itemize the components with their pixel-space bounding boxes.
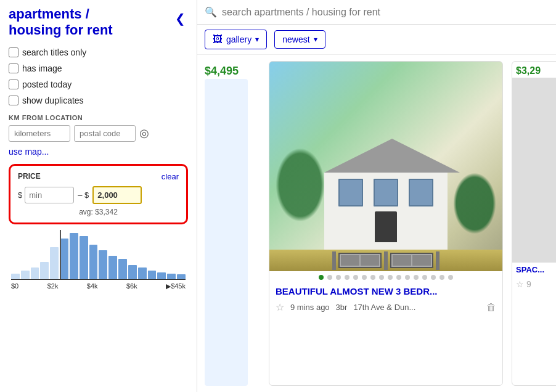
search-titles-checkbox[interactable]	[9, 47, 18, 57]
view-chevron-icon: ▾	[255, 35, 259, 44]
gallery-icon: 🖼	[213, 34, 223, 45]
price-label: PRICE	[18, 172, 41, 181]
location-icon[interactable]: ◎	[139, 126, 149, 140]
listing-card-partial-right: $3,29 SPAC... ☆ 9	[512, 61, 556, 386]
posted-today-checkbox[interactable]	[9, 80, 18, 89]
image-dot[interactable]	[319, 275, 324, 280]
show-duplicates-label: show duplicates	[22, 96, 84, 105]
collapse-button[interactable]: ❮	[173, 9, 188, 28]
listing-location: 17th Ave & Dun...	[353, 303, 415, 312]
image-dot[interactable]	[422, 275, 427, 280]
image-dot[interactable]	[388, 275, 393, 280]
histogram-bar	[60, 239, 68, 279]
image-dot[interactable]	[379, 275, 384, 280]
has-image-checkbox[interactable]	[9, 63, 18, 73]
listing-meta: ☆ 9 mins ago 3br 17th Ave & Dun... 🗑	[269, 299, 502, 318]
histogram-bar	[80, 236, 88, 279]
sidebar-header: apartments / housing for rent ❮	[9, 6, 188, 39]
price-filter-box: PRICE clear $ – $ avg: $3,342	[9, 164, 188, 224]
price-max-input[interactable]	[92, 186, 142, 204]
histogram-bar	[138, 267, 147, 279]
axis-label-0: $0	[11, 282, 18, 290]
price-inputs: $ – $	[18, 186, 179, 204]
histogram-bar	[31, 267, 39, 279]
listing-partial-left: $4,495	[205, 61, 260, 386]
km-section-label: KM FROM LOCATION	[9, 114, 188, 121]
image-dot[interactable]	[396, 275, 401, 280]
image-dot[interactable]	[405, 275, 410, 280]
filter-posted-today[interactable]: posted today	[9, 80, 188, 89]
partial-listing-title: SPAC...	[512, 263, 556, 277]
listings-container: $4,495	[197, 55, 556, 392]
posted-today-label: posted today	[22, 80, 72, 89]
image-dot[interactable]	[448, 275, 453, 280]
histogram-bar	[99, 250, 107, 279]
histogram-axis-labels: $0 $2k $4k $6k ▶$45k	[11, 282, 186, 290]
km-row: ◎	[9, 125, 188, 142]
view-label: gallery	[226, 35, 251, 44]
favorite-button[interactable]: ☆	[276, 301, 284, 313]
price-range-dash: – $	[76, 190, 90, 200]
axis-label-2k: $2k	[47, 282, 59, 290]
show-duplicates-checkbox[interactable]	[9, 96, 18, 105]
kilometers-input[interactable]	[9, 125, 70, 142]
search-titles-label: search titles only	[22, 47, 86, 57]
histogram-bar	[40, 262, 49, 279]
image-dot[interactable]	[362, 275, 367, 280]
toolbar: 🖼 gallery ▾ newest ▾	[197, 25, 556, 55]
postal-code-input[interactable]	[74, 125, 136, 142]
image-dot[interactable]	[414, 275, 419, 280]
listing-beds: 3br	[336, 303, 348, 312]
price-avg-text: avg: $3,342	[18, 208, 179, 216]
image-dot[interactable]	[353, 275, 358, 280]
axis-label-max: ▶$45k	[166, 282, 186, 290]
listing-image	[269, 62, 502, 271]
sort-chevron-icon: ▾	[314, 35, 317, 44]
image-dot[interactable]	[327, 275, 332, 280]
listing-time: 9 mins ago	[290, 303, 330, 312]
histogram-bar	[11, 274, 20, 279]
histogram-bar	[167, 274, 176, 279]
histogram-bar	[50, 247, 59, 279]
partial-favorite-button[interactable]: ☆ 9	[512, 277, 556, 292]
image-dots-row[interactable]	[269, 271, 502, 284]
image-dot[interactable]	[439, 275, 444, 280]
histogram-bar	[89, 245, 98, 279]
page-title: apartments / housing for rent	[9, 6, 113, 39]
histogram-bar	[177, 274, 186, 279]
histogram-bar	[108, 256, 117, 279]
listing-photo	[269, 62, 502, 271]
price-header: PRICE clear	[18, 172, 179, 181]
delete-button[interactable]: 🗑	[486, 302, 496, 313]
image-dot[interactable]	[431, 275, 436, 280]
histogram-bar	[70, 233, 78, 279]
use-map-link[interactable]: use map...	[9, 147, 188, 157]
search-bar: 🔍	[197, 0, 556, 25]
search-icon: 🔍	[205, 6, 217, 18]
sidebar: apartments / housing for rent ❮ search t…	[0, 0, 197, 392]
search-input[interactable]	[222, 7, 549, 18]
histogram-bars	[11, 231, 186, 280]
image-dot[interactable]	[345, 275, 350, 280]
clear-price-button[interactable]: clear	[161, 172, 179, 181]
filter-show-duplicates[interactable]: show duplicates	[9, 96, 188, 105]
listing-card-main: BEAUTIFUL ALMOST NEW 3 BEDR... ☆ 9 mins …	[269, 61, 503, 386]
partial-listing-price: $3,29	[512, 62, 556, 78]
listing-title[interactable]: BEAUTIFUL ALMOST NEW 3 BEDR...	[269, 284, 502, 299]
view-dropdown-button[interactable]: 🖼 gallery ▾	[205, 30, 267, 49]
filter-search-titles[interactable]: search titles only	[9, 47, 188, 57]
filter-has-image[interactable]: has image	[9, 63, 188, 73]
histogram-bar	[21, 271, 30, 279]
sort-dropdown-button[interactable]: newest ▾	[274, 30, 325, 49]
price-min-input[interactable]	[25, 187, 74, 203]
image-dot[interactable]	[370, 275, 375, 280]
min-currency-symbol: $	[18, 190, 22, 200]
histogram-bar	[128, 265, 137, 279]
histogram-bar	[118, 259, 127, 279]
axis-label-6k: $6k	[126, 282, 137, 290]
listing-price-left: $4,495	[205, 61, 260, 79]
price-histogram: $0 $2k $4k $6k ▶$45k	[9, 231, 188, 292]
has-image-label: has image	[22, 63, 62, 73]
image-dot[interactable]	[336, 275, 341, 280]
main-content: 🔍 🖼 gallery ▾ newest ▾ $4,495	[197, 0, 556, 392]
